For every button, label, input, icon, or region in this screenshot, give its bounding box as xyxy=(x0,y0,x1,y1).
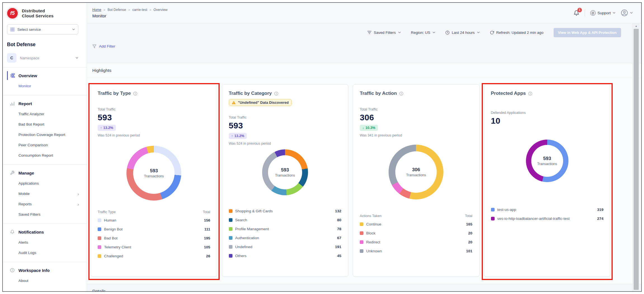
sidebar-item-alerts[interactable]: Alerts xyxy=(3,237,87,248)
card-title: Traffic by Action xyxy=(360,91,397,96)
donut-center-label: Transactions xyxy=(144,174,164,178)
legend-item-block[interactable]: Block20 xyxy=(360,229,473,237)
sidebar-item-overview[interactable]: Overview xyxy=(3,70,87,81)
protected-apps-donut-chart[interactable]: 593 Transactions xyxy=(526,140,568,182)
vertical-scrollbar[interactable]: ▲ xyxy=(633,23,640,291)
sidebar-item-report[interactable]: Report xyxy=(3,98,87,109)
filter-band: Saved Filters Region: US Last 24 hours R… xyxy=(87,23,641,63)
time-range-dropdown[interactable]: Last 24 hours xyxy=(445,30,480,35)
legend-label: Telemetry Client xyxy=(104,245,131,249)
refresh-button[interactable]: Refresh: Updated 2 min ago xyxy=(490,30,544,35)
legend-item-authentication[interactable]: Authentication67 xyxy=(229,233,342,242)
sidebar-item-notifications[interactable]: Notifications xyxy=(3,226,87,237)
brand-name: Distributed Cloud Services xyxy=(22,8,53,18)
select-service-dropdown[interactable]: Select service xyxy=(7,24,78,34)
sidebar-item-traffic-analyzer[interactable]: Traffic Analyzer xyxy=(3,109,87,119)
info-icon[interactable] xyxy=(399,91,403,96)
support-menu[interactable]: @ Support xyxy=(590,10,615,16)
breadcrumb-separator: > xyxy=(104,8,105,11)
card-traffic-by-action: Traffic by Action Total Traffic 306 ↓ 10… xyxy=(353,84,480,277)
namespace-avatar: C xyxy=(7,53,17,63)
sidebar-item-workspace-info[interactable]: Workspace Info xyxy=(3,265,87,276)
sidebar-item-label: Alerts xyxy=(18,240,28,245)
legend-value: 78 xyxy=(337,227,341,231)
scroll-up-arrow-icon[interactable]: ▲ xyxy=(633,23,640,29)
legend-item-human[interactable]: Human156 xyxy=(98,216,210,225)
notifications-bell-button[interactable]: 1 xyxy=(574,10,579,16)
legend-swatch xyxy=(229,227,232,231)
legend-swatch xyxy=(98,236,101,240)
delta-badge: ↑ 13.2% xyxy=(98,125,116,131)
card-title: Traffic by Type xyxy=(98,91,131,96)
main-content: Home > Bot Defense > carrie-test > Overv… xyxy=(87,3,641,291)
legend-item-search[interactable]: Search80 xyxy=(229,215,342,224)
undefined-data-warning-badge[interactable]: "Undefined" Data Discovered xyxy=(229,99,292,106)
sidebar-section-label: Workspace Info xyxy=(18,268,50,273)
overview-icon xyxy=(10,73,15,78)
legend-item-challenged[interactable]: Challenged26 xyxy=(98,251,210,260)
legend-swatch xyxy=(360,249,363,253)
sidebar-section-manage: ManageApplicationsMobile›Reports›Saved F… xyxy=(3,165,87,224)
saved-filters-dropdown[interactable]: Saved Filters xyxy=(367,30,401,35)
info-icon xyxy=(10,268,15,272)
breadcrumb-bot-defense[interactable]: Bot Defense xyxy=(107,8,126,12)
legend-label: Others xyxy=(235,254,247,258)
traffic-by-action-donut-chart[interactable]: 306 Transactions xyxy=(389,145,443,199)
breadcrumb-home[interactable]: Home xyxy=(92,8,101,12)
traffic-by-type-donut-chart[interactable]: 593 Transactions xyxy=(126,146,181,201)
sidebar-item-consumption-report[interactable]: Consumption Report xyxy=(3,150,87,161)
legend-item-undefined[interactable]: Undefined191 xyxy=(229,242,342,251)
active-indicator xyxy=(7,71,8,80)
legend-item-others[interactable]: Others45 xyxy=(229,251,342,260)
breadcrumb-carrie-test[interactable]: carrie-test xyxy=(132,8,147,12)
legend-item-redirect[interactable]: Redirect20 xyxy=(360,237,473,246)
arrow-up-icon: ↑ xyxy=(231,134,233,138)
sidebar-item-about[interactable]: About xyxy=(3,276,87,286)
sidebar-item-monitor[interactable]: Monitor xyxy=(3,81,87,91)
donut-center-value: 593 xyxy=(543,156,551,161)
sidebar-item-mobile[interactable]: Mobile› xyxy=(3,189,87,199)
view-in-waap-button[interactable]: View in Web App & API Protection xyxy=(554,28,621,37)
info-icon[interactable] xyxy=(528,91,532,96)
legend-item-continue[interactable]: Continue165 xyxy=(360,220,473,229)
info-icon[interactable] xyxy=(133,91,137,96)
sidebar-section-label: Overview xyxy=(18,73,37,78)
legend-item-telemetry-client[interactable]: Telemetry Client105 xyxy=(98,243,210,251)
f5-logo-icon: f5 xyxy=(6,7,18,19)
sidebar-item-audit-logs[interactable]: Audit Logs xyxy=(3,248,87,258)
account-menu[interactable] xyxy=(621,9,633,17)
sidebar-section-label: Manage xyxy=(18,171,34,175)
namespace-selector[interactable]: C Namespace xyxy=(7,53,78,63)
legend-item-profile-management[interactable]: Profile Management78 xyxy=(229,224,342,233)
legend-item-benign-bot[interactable]: Benign Bot111 xyxy=(98,225,210,234)
brand-logo[interactable]: f5 Distributed Cloud Services xyxy=(3,7,87,23)
sidebar-item-label: About xyxy=(18,278,28,283)
scrollbar-thumb[interactable] xyxy=(634,29,639,290)
legend-swatch xyxy=(229,254,232,258)
previous-period-text: Was 341 in previous period xyxy=(360,133,473,137)
info-icon[interactable] xyxy=(274,91,278,96)
sidebar-item-label: Saved Filters xyxy=(18,212,41,217)
add-filter[interactable]: Add Filter xyxy=(92,44,641,48)
support-label: Support xyxy=(598,11,611,15)
sidebar-item-peer-comparison[interactable]: Peer Comparison xyxy=(3,140,87,150)
region-dropdown[interactable]: Region: US xyxy=(411,30,435,35)
legend-item-ves-io-http-loadbalancer-artificial-traffic-test[interactable]: ves-io-http-loadbalancer-artificial-traf… xyxy=(491,214,604,223)
legend-item-bad-bot[interactable]: Bad Bot195 xyxy=(98,234,210,243)
legend-item-test-us-app[interactable]: test-us-app319 xyxy=(491,205,604,214)
legend-item-unknown[interactable]: Unknown101 xyxy=(360,246,473,255)
legend-header-total: Total xyxy=(203,210,210,214)
sidebar-item-applications[interactable]: Applications xyxy=(3,178,87,189)
breadcrumb-overview[interactable]: Overview xyxy=(154,8,168,12)
sidebar-item-reports[interactable]: Reports› xyxy=(3,199,87,210)
legend-label: ves-io-http-loadbalancer-artificial-traf… xyxy=(497,217,570,221)
sidebar-item-manage[interactable]: Manage xyxy=(3,167,87,178)
legend-item-shopping-gift-cards[interactable]: Shopping & Gift Cards132 xyxy=(229,206,342,215)
sidebar-item-saved-filters[interactable]: Saved Filters xyxy=(3,210,87,220)
traffic-by-category-donut-chart[interactable]: 593 Transactions xyxy=(262,149,308,195)
stat-value: 593 xyxy=(98,113,210,122)
sidebar-item-bad-bot-report[interactable]: Bad Bot Report xyxy=(3,119,87,130)
legend-header-label: Traffic Type xyxy=(98,210,116,214)
legend-swatch xyxy=(98,245,101,249)
sidebar-item-protection-coverage-report[interactable]: Protection Coverage Report xyxy=(3,130,87,140)
